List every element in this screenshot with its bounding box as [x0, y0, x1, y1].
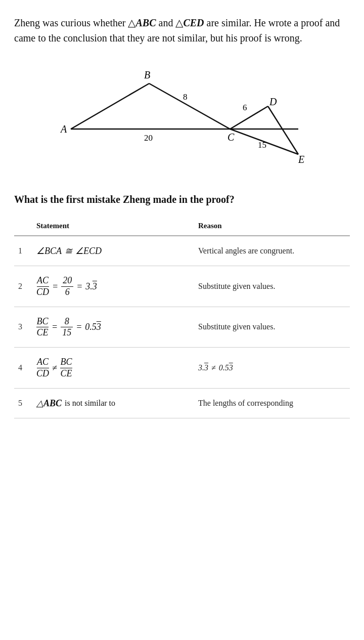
- label-C: C: [228, 132, 235, 143]
- question-text: What is the first mistake Zheng made in …: [14, 192, 350, 206]
- eq3: =: [52, 322, 58, 332]
- triangle-diagram: A B C D E 8 20 6 15: [56, 56, 308, 177]
- val-3-3bar: 3.3: [85, 281, 97, 292]
- val-0-53bar-2: 0.53: [219, 363, 233, 372]
- label-B: B: [144, 69, 150, 80]
- svg-line-1: [149, 83, 230, 129]
- eq4: =: [76, 322, 82, 332]
- val-0-53bar: 0.53: [85, 322, 101, 332]
- table-row: 2 AC CD = 20 6 = 3.3 Substitute given va: [14, 266, 350, 307]
- triangle-sym-abc: △ABC: [36, 398, 62, 409]
- frac-bc-ce: BC CE: [36, 317, 49, 338]
- side-ce-label: 15: [258, 140, 266, 150]
- table-row: 1 ∠BCA ≅ ∠ECD Vertical angles are congru…: [14, 236, 350, 266]
- row-4-statement: AC CD ≠ BC CE: [32, 348, 194, 389]
- row-1-reason: Vertical angles are congruent.: [194, 236, 350, 266]
- svg-line-0: [71, 83, 149, 129]
- row-1-num: 1: [14, 236, 32, 266]
- row-3-num: 3: [14, 307, 32, 348]
- col-header-statement: Statement: [32, 219, 194, 236]
- col-header-num: [14, 219, 32, 236]
- intro-text: Zheng was curious whether △ABC and △CED …: [14, 15, 350, 46]
- svg-line-3: [230, 106, 268, 129]
- row-5-num: 5: [14, 388, 32, 418]
- eq2: =: [76, 281, 82, 292]
- side-ac-label: 20: [144, 133, 153, 143]
- side-bc-label: 8: [183, 92, 188, 102]
- frac-bc-ce-2: BC CE: [60, 357, 72, 379]
- neq-sym: ≠: [52, 363, 57, 373]
- col-header-reason: Reason: [194, 219, 350, 236]
- frac-ac-cd: AC CD: [36, 276, 49, 297]
- row-1-statement: ∠BCA ≅ ∠ECD: [32, 236, 194, 266]
- label-D: D: [269, 96, 277, 107]
- angle-ecd: ∠ECD: [75, 245, 102, 257]
- congruent-sym: ≅: [65, 245, 72, 257]
- frac-20-6: 20 6: [61, 276, 73, 297]
- row-3-reason: Substitute given values.: [194, 307, 350, 348]
- row-2-reason: Substitute given values.: [194, 266, 350, 307]
- row-2-statement: AC CD = 20 6 = 3.3: [32, 266, 194, 307]
- row-4-num: 4: [14, 348, 32, 389]
- table-row: 3 BC CE = 8 15 = 0.53 Substitute given v: [14, 307, 350, 348]
- label-A: A: [60, 123, 67, 135]
- neq-sym-2: ≠: [211, 363, 216, 372]
- label-E: E: [298, 154, 304, 165]
- frac-ac-cd-2: AC CD: [36, 357, 49, 379]
- side-cd-label: 6: [243, 103, 247, 112]
- svg-line-4: [268, 106, 298, 154]
- angle-bca: ∠BCA: [36, 245, 62, 257]
- table-row: 4 AC CD ≠ BC CE 3.3 ≠: [14, 348, 350, 389]
- row-5-statement: △ABC is not similar to: [32, 388, 194, 418]
- row-3-statement: BC CE = 8 15 = 0.53: [32, 307, 194, 348]
- frac-8-15: 8 15: [61, 317, 73, 338]
- row-4-reason: 3.3 ≠ 0.53: [194, 348, 350, 389]
- eq1: =: [52, 281, 58, 292]
- not-similar-text: is not similar to: [65, 399, 115, 408]
- val-3-3bar-2: 3.3: [198, 363, 208, 372]
- proof-table: Statement Reason 1 ∠BCA ≅ ∠ECD Vertical …: [14, 219, 350, 418]
- table-row: 5 △ABC is not similar to The lengths of …: [14, 388, 350, 418]
- row-5-reason: The lengths of corresponding: [194, 388, 350, 418]
- diagram: A B C D E 8 20 6 15: [14, 56, 350, 177]
- row-2-num: 2: [14, 266, 32, 307]
